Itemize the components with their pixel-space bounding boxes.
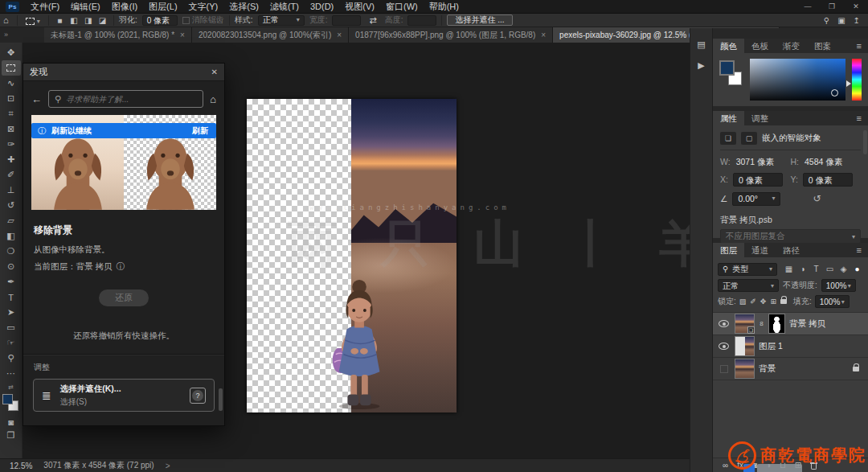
blur-tool[interactable]: ❍ bbox=[2, 244, 21, 259]
feather-input[interactable]: 0 像素 bbox=[142, 15, 178, 26]
filter-pixel-icon[interactable]: ▦ bbox=[783, 265, 795, 273]
document-tab-3[interactable]: 01877[96x96x88PP].png @ 100% (图层 1, RGB/… bbox=[349, 27, 553, 43]
workspace-icon[interactable]: ▣ bbox=[837, 16, 845, 25]
foreground-color-swatch[interactable] bbox=[2, 394, 13, 404]
height-input[interactable] bbox=[407, 15, 436, 26]
path-selection-tool[interactable]: ➤ bbox=[2, 305, 21, 320]
menu-filter[interactable]: 滤镜(T) bbox=[264, 0, 305, 14]
restore-icon[interactable]: ❐ bbox=[820, 0, 844, 14]
lock-artboard-icon[interactable]: ⊞ bbox=[770, 298, 776, 306]
menu-file[interactable]: 文件(F) bbox=[25, 0, 65, 14]
tab-close-icon[interactable]: × bbox=[180, 31, 185, 39]
tab-close-icon[interactable]: × bbox=[541, 31, 546, 39]
tab-adjustments[interactable]: 调整 bbox=[744, 111, 776, 125]
eraser-tool[interactable]: ▱ bbox=[2, 213, 21, 228]
layer-comp-select[interactable]: 不应用图层复合▾ bbox=[720, 229, 861, 244]
filter-adjustment-icon[interactable]: ◑ bbox=[796, 265, 809, 273]
document-tab-1[interactable]: 未标题-1 @ 100% (2021, RGB/8) *× bbox=[44, 27, 192, 43]
layer-thumbnail[interactable] bbox=[735, 359, 755, 379]
tab-close-icon[interactable]: × bbox=[337, 31, 342, 39]
marquee-preset-icon[interactable]: ▾ bbox=[23, 15, 43, 25]
y-input[interactable]: 0 像素 bbox=[803, 173, 853, 187]
saturation-brightness-field[interactable] bbox=[750, 59, 845, 101]
help-button[interactable]: ? bbox=[190, 388, 206, 404]
layer-row-background-copy[interactable]: ❏ 8 背景 拷贝 bbox=[713, 313, 868, 335]
refresh-button[interactable]: 刷新 bbox=[192, 125, 208, 137]
layer-row-layer-1[interactable]: 图层 1 bbox=[713, 335, 868, 358]
opacity-select[interactable]: 100%▾ bbox=[821, 279, 856, 292]
hue-slider[interactable] bbox=[852, 59, 862, 101]
subtract-selection-icon[interactable]: ◨ bbox=[82, 16, 94, 25]
rectangle-tool[interactable]: ▭ bbox=[2, 320, 21, 335]
refresh-banner[interactable]: ⓘ 刷新以继续 刷新 bbox=[31, 123, 216, 138]
visibility-eye-icon[interactable] bbox=[719, 343, 729, 350]
visibility-empty-icon[interactable] bbox=[720, 365, 728, 373]
lasso-tool[interactable]: ∿ bbox=[2, 76, 21, 91]
panel-menu-icon[interactable]: ≡ bbox=[850, 39, 868, 53]
visibility-eye-icon[interactable] bbox=[719, 320, 729, 327]
filter-type-icon[interactable]: T bbox=[810, 265, 822, 273]
layer-name[interactable]: 背景 bbox=[759, 363, 776, 375]
antialias-checkbox[interactable]: 消除锯齿 bbox=[182, 14, 224, 26]
history-panel-icon[interactable]: ▤ bbox=[697, 39, 705, 50]
revert-button[interactable]: 还原 bbox=[99, 289, 149, 306]
swap-colors-icon[interactable]: ⇄ bbox=[8, 384, 14, 391]
history-brush-tool[interactable]: ↺ bbox=[2, 198, 21, 213]
menu-window[interactable]: 窗口(W) bbox=[380, 0, 424, 14]
reset-icon[interactable]: ↺ bbox=[813, 193, 821, 204]
tab-gradients[interactable]: 渐变 bbox=[776, 39, 807, 53]
menu-image[interactable]: 图像(I) bbox=[106, 0, 143, 14]
menu-type[interactable]: 文字(Y) bbox=[183, 0, 224, 14]
layer-mask-thumbnail[interactable] bbox=[768, 314, 785, 334]
screen-mode-icon[interactable]: ❐ bbox=[2, 429, 21, 442]
object-selection-tool[interactable]: ⊡ bbox=[2, 91, 21, 106]
more-tools[interactable]: ⋯ bbox=[2, 366, 21, 381]
move-tool[interactable]: ✥ bbox=[2, 45, 21, 60]
select-and-mask-button[interactable]: 选择并遮住 ... bbox=[447, 14, 512, 26]
spot-healing-tool[interactable]: ✚ bbox=[2, 152, 21, 167]
panel-menu-icon[interactable]: ≡ bbox=[850, 111, 868, 125]
frame-tool[interactable]: ⊠ bbox=[2, 121, 21, 137]
tab-swatches[interactable]: 色板 bbox=[744, 39, 776, 53]
menu-view[interactable]: 视图(V) bbox=[339, 0, 380, 14]
style-select[interactable]: 正常▾ bbox=[258, 15, 305, 26]
tab-properties[interactable]: 属性 bbox=[713, 111, 744, 125]
hand-tool[interactable]: ☞ bbox=[2, 335, 21, 351]
minimize-icon[interactable]: — bbox=[796, 0, 820, 14]
menu-help[interactable]: 帮助(H) bbox=[424, 0, 465, 14]
filter-toggle-icon[interactable]: ● bbox=[851, 265, 863, 273]
tab-color[interactable]: 颜色 bbox=[713, 39, 744, 53]
filter-smart-object-icon[interactable]: ◈ bbox=[837, 265, 850, 273]
foreground-color-swatch[interactable] bbox=[719, 60, 735, 76]
quick-mask-icon[interactable]: ◙ bbox=[2, 415, 21, 429]
lock-transparency-icon[interactable]: ▨ bbox=[739, 298, 747, 306]
zoom-level[interactable]: 12.5% bbox=[10, 462, 32, 470]
eyedropper-tool[interactable]: ✑ bbox=[2, 137, 21, 152]
back-icon[interactable]: ← bbox=[31, 93, 42, 105]
layer-thumbnail[interactable]: ❏ bbox=[735, 314, 755, 334]
info-icon[interactable]: ⓘ bbox=[116, 261, 125, 273]
share-icon[interactable]: ↥ bbox=[854, 16, 860, 25]
swap-dimensions-icon[interactable]: ⇄ bbox=[366, 15, 379, 26]
home-icon[interactable]: ⌂ bbox=[0, 15, 12, 25]
clone-stamp-tool[interactable]: ⊥ bbox=[2, 183, 21, 198]
blend-mode-select[interactable]: 正常▾ bbox=[718, 279, 779, 292]
document-tab-2[interactable]: 20200823013504.png @ 100%(索引)× bbox=[192, 27, 349, 43]
x-input[interactable]: 0 像素 bbox=[733, 173, 783, 187]
brush-tool[interactable]: ✐ bbox=[2, 167, 21, 183]
tab-channels[interactable]: 通道 bbox=[744, 243, 776, 257]
status-chevron-icon[interactable]: > bbox=[166, 462, 170, 470]
filter-shape-icon[interactable]: ▭ bbox=[824, 265, 836, 273]
tab-layers[interactable]: 图层 bbox=[713, 243, 744, 257]
tab-paths[interactable]: 路径 bbox=[776, 243, 807, 257]
add-selection-icon[interactable]: ◧ bbox=[68, 16, 80, 25]
tab-overflow-icon[interactable]: » bbox=[0, 27, 44, 43]
dodge-tool[interactable]: ⊙ bbox=[2, 259, 21, 274]
close-icon[interactable]: ✕ bbox=[844, 0, 868, 14]
fill-select[interactable]: 100%▾ bbox=[815, 295, 850, 308]
lock-position-icon[interactable]: ✥ bbox=[760, 298, 767, 306]
tab-patterns[interactable]: 图案 bbox=[807, 39, 838, 53]
menu-3d[interactable]: 3D(D) bbox=[305, 0, 339, 14]
menu-layer[interactable]: 图层(L) bbox=[143, 0, 182, 14]
layer-name[interactable]: 背景 拷贝 bbox=[789, 318, 825, 330]
